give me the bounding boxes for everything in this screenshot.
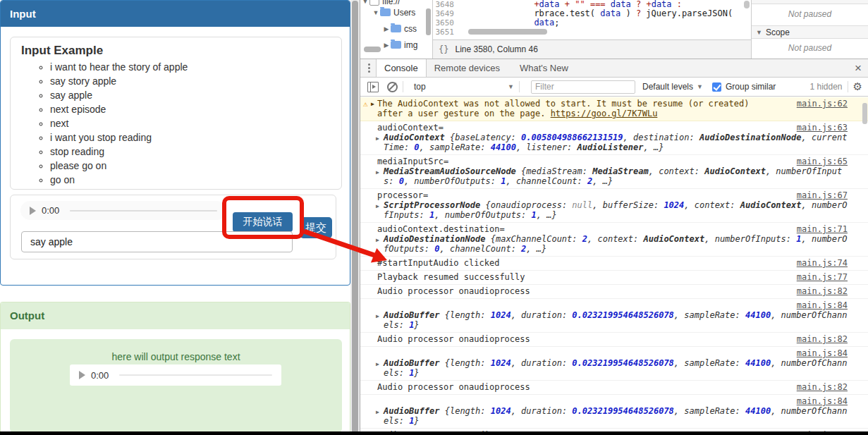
source-link[interactable]: main.js:71 [797, 224, 848, 234]
editor-horizontal-scrollbar[interactable] [468, 29, 547, 35]
chevron-down-icon[interactable]: ▼ [362, 0, 369, 5]
input-example-item: next [50, 116, 341, 130]
source-link[interactable]: main.js:82 [797, 334, 848, 344]
source-link[interactable]: main.js:65 [797, 157, 848, 166]
expand-icon[interactable]: ▶ [376, 202, 379, 212]
scope-section-header[interactable]: ▼ Scope [752, 25, 868, 39]
show-console-sidebar-icon[interactable] [367, 82, 379, 92]
console-scrollbar-thumb[interactable] [862, 103, 867, 124]
audio-progress-slider[interactable] [119, 374, 272, 376]
source-link[interactable]: main.js:82 [797, 382, 848, 392]
play-icon[interactable] [30, 207, 36, 215]
tab-remote-devices[interactable]: Remote devices [427, 59, 508, 77]
tree-item-img[interactable]: ▶img [383, 39, 433, 51]
tree-item-Users[interactable]: ▼Users [372, 6, 433, 18]
console-log-row: main.js:82Audio processor onaudioprocess [360, 381, 868, 395]
expand-icon[interactable]: ▶ [376, 408, 379, 417]
group-similar-checkbox[interactable] [712, 82, 721, 92]
log-levels-dropdown[interactable]: Default levels ▼ [642, 82, 703, 92]
warning-text: after a user gesture on the page. https:… [377, 109, 848, 118]
source-link[interactable]: main.js:62 [797, 99, 848, 109]
expand-icon[interactable]: ▶ [376, 312, 379, 321]
log-text: Playback resumed successfully [377, 272, 848, 282]
source-link[interactable]: main.js:67 [797, 190, 848, 200]
audio-time: 0:00 [91, 370, 109, 381]
log-label: processor= [377, 190, 848, 200]
devtools: ▼file://▼Users▶css▶img 3648 +data + "" =… [360, 0, 868, 435]
source-link[interactable]: main.js:84 [797, 300, 848, 310]
input-example-item: say story apple [50, 74, 341, 88]
chevron-right-icon[interactable]: ▶ [383, 42, 390, 49]
source-link[interactable]: main.js:77 [797, 272, 848, 282]
folder-icon [380, 8, 391, 16]
console-toolbar: top ▼ Default levels ▼ Group similar 1 h… [360, 78, 868, 97]
input-audio-player[interactable]: 0:00 [20, 201, 226, 220]
call-stack-section-header[interactable]: ▼ Call Stack [752, 0, 868, 4]
console-filter-input[interactable] [531, 80, 635, 94]
editor-vertical-scrollbar[interactable] [744, 1, 750, 8]
log-text: #startInputAudio clicked [377, 258, 848, 268]
tree-item-label: img [404, 40, 417, 50]
close-icon[interactable]: × [855, 62, 862, 74]
sources-code-editor[interactable]: 3648 +data + "" === data ? +data :3649 r… [433, 0, 752, 39]
output-audio-player[interactable]: 0:00 [70, 364, 281, 386]
tab-whats-new[interactable]: What's New [512, 59, 576, 77]
divider [848, 81, 848, 92]
source-link[interactable]: main.js:82 [797, 286, 848, 296]
tree-item-css[interactable]: ▶css [383, 23, 433, 35]
expand-icon[interactable]: ▶ [376, 360, 379, 369]
input-example-item: i want to hear the story of apple [50, 60, 341, 74]
source-link[interactable]: main.js:63 [797, 123, 848, 133]
submit-button[interactable]: 提交 [300, 217, 332, 238]
cursor-position-label: Line 3580, Column 46 [455, 44, 537, 54]
line-number[interactable]: 3648 [433, 0, 458, 9]
console-log-row: main.js:84▶AudioBuffer {length: 1024, du… [360, 395, 868, 429]
input-panel-title: Input [10, 8, 36, 20]
line-number[interactable]: 3650 [433, 18, 458, 27]
expand-icon[interactable]: ▶ [376, 168, 379, 178]
line-number[interactable]: 3649 [433, 9, 458, 18]
tree-item-label: css [404, 24, 417, 34]
console-log-row: main.js:63audioContext=▶AudioContext {ba… [360, 121, 868, 155]
frame-icon [369, 0, 379, 6]
execution-context-selector[interactable]: top ▼ [414, 82, 514, 92]
input-example-item: next episode [50, 102, 341, 116]
console-log-row: main.js:82Audio processor onaudioprocess [360, 333, 868, 347]
input-panel: Input Input Example i want to hear the s… [0, 0, 350, 286]
clear-console-icon[interactable] [387, 82, 398, 92]
source-link[interactable]: main.js:74 [797, 258, 848, 268]
pretty-print-icon[interactable]: {} [439, 44, 448, 54]
object-preview: ▶AudioContext {baseLatency: 0.0058049886… [377, 133, 848, 152]
page-scrollbar-thumb[interactable] [352, 1, 358, 434]
console-log-row: main.js:84▶AudioBuffer {length: 1024, du… [360, 347, 868, 381]
expand-icon[interactable]: ▶ [376, 134, 379, 144]
input-example-item: i want you stop reading [50, 130, 341, 145]
scope-status: Not paused [752, 43, 868, 53]
screenshot-root: Input Input Example i want to hear the s… [0, 0, 868, 435]
tab-console[interactable]: Console [376, 59, 427, 77]
levels-label: Default levels [642, 82, 693, 92]
source-link[interactable]: main.js:84 [797, 348, 848, 358]
line-number[interactable]: 3651 [433, 27, 458, 37]
sources-file-tree: ▼file://▼Users▶css▶img [360, 0, 433, 59]
source-link[interactable]: main.js:84 [797, 396, 848, 406]
audio-progress-slider[interactable] [70, 210, 217, 212]
start-speaking-button[interactable]: 开始说话 [233, 212, 293, 232]
play-icon[interactable] [79, 371, 85, 379]
expand-icon[interactable]: ▶ [376, 235, 379, 245]
page-scrollbar[interactable] [350, 0, 360, 435]
chevron-down-icon[interactable]: ▼ [372, 9, 379, 16]
tree-horizontal-scrollbar[interactable] [364, 47, 381, 52]
speech-text-input[interactable] [21, 231, 293, 252]
input-example-item: stop reading [50, 145, 341, 159]
input-example-item: please go on [50, 159, 341, 173]
input-controls-box: 0:00 开始说话 提交 [10, 195, 336, 259]
expand-icon[interactable]: ▶ [371, 99, 374, 109]
kebab-menu-icon[interactable] [366, 61, 372, 75]
tree-item-label: Users [393, 8, 415, 18]
object-preview: ▶AudioBuffer {length: 1024, duration: 0.… [377, 406, 848, 426]
tree-item-label: file:// [382, 0, 400, 6]
gear-icon[interactable]: ⚙ [853, 80, 862, 93]
chevron-right-icon[interactable]: ▶ [383, 25, 390, 32]
warning-link[interactable]: https://goo.gl/7K7WLu [551, 109, 658, 118]
